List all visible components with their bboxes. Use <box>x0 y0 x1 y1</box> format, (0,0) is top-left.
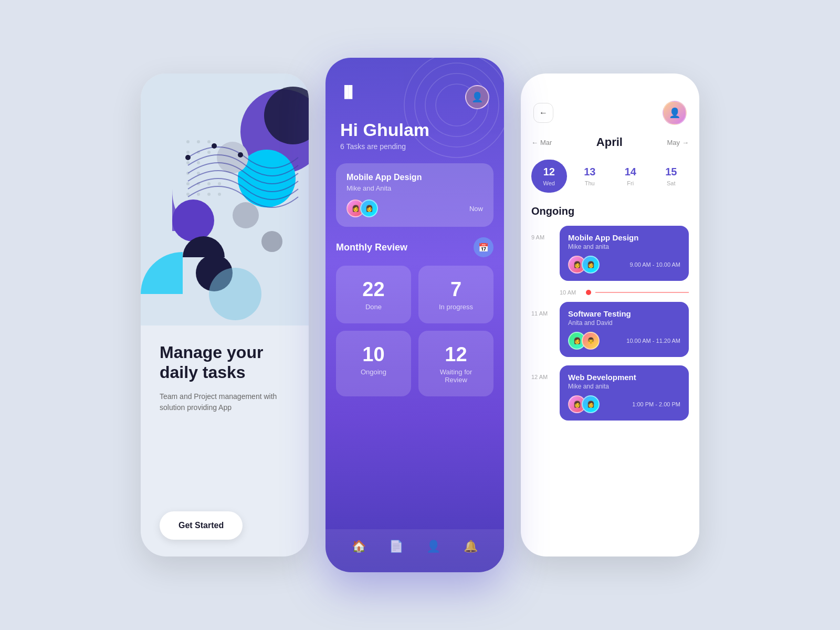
schedule-mobile-title: Mobile App Design <box>568 233 680 242</box>
schedule-software-sub: Anita and David <box>568 319 680 327</box>
time-12am: 12 AM <box>531 365 553 380</box>
nav-bell-icon[interactable]: 🔔 <box>464 540 478 553</box>
user-avatar-calendar[interactable]: 👤 <box>663 101 687 125</box>
month-nav: ← Mar April May → <box>531 135 689 149</box>
task-time: Now <box>469 205 483 213</box>
stat-ongoing-number: 10 <box>346 343 401 366</box>
svg-point-18 <box>218 193 221 196</box>
svg-point-8 <box>197 161 200 164</box>
stats-grid: 22 Done 7 In progress 10 Ongoing 12 Wait… <box>336 266 494 396</box>
schedule-card-web[interactable]: Web Development Mike and anita 👩 👩 1:00 … <box>560 365 689 421</box>
avatar-anita-web: 👩 <box>582 395 600 413</box>
stat-done: 22 Done <box>336 266 411 323</box>
svg-point-24 <box>233 202 259 228</box>
schedule-mobile-footer: 👩 👩 9.00 AM - 10.00 AM <box>568 256 680 274</box>
next-month[interactable]: May → <box>667 139 689 146</box>
calendar-header: ← 👤 <box>521 74 699 135</box>
svg-point-2 <box>197 140 200 143</box>
svg-point-6 <box>207 151 211 154</box>
stat-inprogress-number: 7 <box>429 278 483 301</box>
time-10am-label: 10 AM <box>560 289 582 296</box>
schedule-item-software: 11 AM Software Testing Anita and David 👩… <box>531 302 689 357</box>
schedule-web-title: Web Development <box>568 373 680 382</box>
stat-waiting-label: Waiting for Review <box>429 368 483 384</box>
schedule-software-footer: 👩 👨 10.00 AM - 11.20 AM <box>568 332 680 350</box>
header-left: ▐▌ <box>340 85 356 99</box>
schedule-web-footer: 👩 👩 1:00 PM - 2.00 PM <box>568 395 680 413</box>
schedule-web-avatars: 👩 👩 <box>568 395 595 413</box>
stat-waiting-number: 12 <box>429 343 483 366</box>
svg-point-29 <box>238 152 243 158</box>
onboarding-content: Manage your daily tasks Team and Project… <box>141 326 309 556</box>
svg-point-4 <box>186 151 190 154</box>
schedule-item-web: 12 AM Web Development Mike and anita 👩 👩… <box>531 365 689 421</box>
svg-point-3 <box>207 140 211 143</box>
svg-point-17 <box>207 193 211 196</box>
avatar-image-calendar: 👤 <box>664 102 686 124</box>
date-13[interactable]: 13 Thu <box>572 160 608 193</box>
time-9am: 9 AM <box>531 226 553 240</box>
task-footer: 👩 👩 Now <box>346 200 483 217</box>
svg-point-30 <box>209 268 261 320</box>
stat-waiting: 12 Waiting for Review <box>418 331 494 396</box>
screens-container: Manage your daily tasks Team and Project… <box>141 58 699 572</box>
date-14[interactable]: 14 Fri <box>613 160 648 193</box>
date-12[interactable]: 12 Wed <box>531 160 567 193</box>
stat-ongoing-label: Ongoing <box>346 368 401 376</box>
stat-inprogress: 7 In progress <box>418 266 494 323</box>
schedule-card-software[interactable]: Software Testing Anita and David 👩 👨 10.… <box>560 302 689 357</box>
user-avatar[interactable]: 👤 <box>465 85 489 109</box>
nav-person-icon[interactable]: 👤 <box>426 540 440 553</box>
avatar-anita-cal: 👩 <box>582 256 600 274</box>
svg-point-27 <box>185 155 191 160</box>
svg-point-14 <box>218 182 221 185</box>
svg-point-7 <box>186 161 190 164</box>
monthly-review-header: Monthly Review 📅 <box>336 237 494 257</box>
nav-home-icon[interactable]: 🏠 <box>352 540 366 553</box>
calendar-screen: ← 👤 ← Mar April May → 12 Wed <box>521 74 699 556</box>
schedule-web-time: 1:00 PM - 2.00 PM <box>632 401 680 407</box>
schedule-software-avatars: 👩 👨 <box>568 332 595 350</box>
schedule-mobile-sub: Mike and anita <box>568 243 680 250</box>
stat-done-label: Done <box>346 303 401 311</box>
schedule-card-mobile[interactable]: Mobile App Design Mike and anita 👩 👩 9.0… <box>560 226 689 281</box>
current-time-row: 10 AM <box>531 289 689 296</box>
chart-icon: ▐▌ <box>340 85 356 99</box>
avatar-david-sw: 👨 <box>582 332 600 350</box>
task-title: Mobile App Design <box>346 173 483 182</box>
dashboard-body: Mobile App Design Mike and Anita 👩 👩 Now… <box>326 163 504 519</box>
svg-point-25 <box>261 231 282 252</box>
svg-point-22 <box>172 200 214 242</box>
monthly-review-title: Monthly Review <box>336 242 407 253</box>
svg-point-1 <box>186 140 190 143</box>
time-line <box>595 292 689 293</box>
calendar-button[interactable]: 📅 <box>474 237 494 257</box>
nav-document-icon[interactable]: 📄 <box>389 540 403 553</box>
date-15[interactable]: 15 Sat <box>654 160 689 193</box>
onboarding-title: Manage your daily tasks <box>160 342 290 383</box>
svg-point-11 <box>186 182 190 185</box>
current-month: April <box>596 135 623 149</box>
task-card[interactable]: Mobile App Design Mike and Anita 👩 👩 Now <box>336 163 494 227</box>
back-button[interactable]: ← <box>533 103 553 123</box>
avatar-anita: 👩 <box>360 200 378 217</box>
prev-month[interactable]: ← Mar <box>531 139 552 146</box>
date-row: 12 Wed 13 Thu 14 Fri 15 Sat <box>531 160 689 193</box>
time-11am: 11 AM <box>531 302 553 317</box>
dashboard-header: ▐▌ 👤 <box>326 58 504 120</box>
svg-point-13 <box>207 182 211 185</box>
onboarding-screen: Manage your daily tasks Team and Project… <box>141 74 309 556</box>
stat-ongoing: 10 Ongoing <box>336 331 411 396</box>
stat-done-number: 22 <box>346 278 401 301</box>
ongoing-title: Ongoing <box>531 205 689 217</box>
svg-point-16 <box>197 193 200 196</box>
get-started-button[interactable]: Get Started <box>160 511 243 540</box>
illustration-area <box>141 74 309 326</box>
svg-point-15 <box>186 193 190 196</box>
task-subtitle: Mike and Anita <box>346 184 483 192</box>
time-dot <box>586 290 591 295</box>
dashboard-screen: ▐▌ 👤 Hi Ghulam 6 Tasks are pending Mobil… <box>326 58 504 572</box>
task-avatars: 👩 👩 <box>346 200 374 217</box>
schedule-item-mobile: 9 AM Mobile App Design Mike and anita 👩 … <box>531 226 689 281</box>
svg-point-28 <box>212 143 217 149</box>
